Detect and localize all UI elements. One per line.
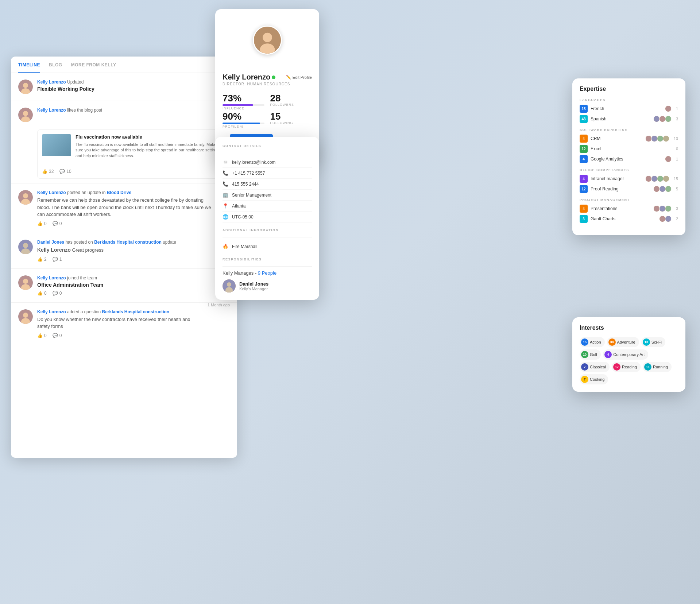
phone-text-1: +1 415 772 5557 <box>232 171 265 176</box>
additional-title: ADDITIONAL INFORMATION <box>223 228 312 232</box>
tab-blog[interactable]: BLOG <box>49 57 62 73</box>
avatar-kelly-3 <box>18 190 33 205</box>
responsibilities-title: RESPONSIBILITIES <box>223 258 312 261</box>
gantt-count: 2 <box>676 217 678 221</box>
project-title: PROJECT MANAGEMENT <box>580 198 678 202</box>
dept-icon: 🏢 <box>223 192 228 198</box>
tab-timeline[interactable]: TIMELINE <box>18 57 40 73</box>
chip-label-classical: Classical <box>590 365 606 369</box>
chip-badge-action: 15 <box>581 338 588 346</box>
comment-6[interactable]: 💬 0 <box>53 333 62 338</box>
chip-cooking[interactable]: 7 Cooking <box>580 374 608 384</box>
contact-location: 📍 Atlanta <box>223 201 312 212</box>
feed-meta-3: Kelly Lorenzo posted an update in Blood … <box>37 190 211 195</box>
svg-point-31 <box>663 136 669 142</box>
blog-card-2[interactable]: Flu vaccination now available The flu va… <box>37 129 230 179</box>
additional-info-section: ADDITIONAL INFORMATION 🔥 Fire Marshall <box>223 228 312 252</box>
fire-icon: 🔥 <box>223 244 228 249</box>
comment-5[interactable]: 💬 0 <box>53 291 62 296</box>
svg-point-26 <box>660 116 665 122</box>
feed-item-4: Daniel Jones has posted on Berklands Hos… <box>11 233 237 269</box>
feed-author-3[interactable]: Kelly Lorenzo <box>37 190 66 195</box>
feed-author-4[interactable]: Daniel Jones <box>37 240 64 245</box>
feed-item-2: Kelly Lorenzo likes the blog post 13 De.… <box>11 101 237 183</box>
comment-count-6: 0 <box>59 333 62 338</box>
contact-timezone: 🌐 UTC-05:00 <box>223 212 312 222</box>
feed-actions-4: 👍 2 💬 1 <box>37 257 211 262</box>
interests-panel: Interests 15 Action 30 Adventure 13 Sci-… <box>572 317 685 392</box>
svg-point-43 <box>660 216 665 222</box>
feed-author-6[interactable]: Kelly Lorenzo <box>37 309 66 314</box>
location-icon: 📍 <box>223 203 228 209</box>
chip-contemporary-art[interactable]: 4 Contemporary Art <box>603 349 648 360</box>
like-6[interactable]: 👍 0 <box>37 333 47 338</box>
like-icon-6: 👍 <box>37 333 43 338</box>
feed-text-4: Kelly Lorenzo Great progress <box>37 246 211 254</box>
svg-point-38 <box>660 186 665 192</box>
feed-highlight-3[interactable]: Blood Drive <box>107 190 131 195</box>
svg-point-37 <box>654 186 660 192</box>
chip-label-scifi: Sci-Fi <box>651 340 662 344</box>
expertise-gantt: 3 Gantt Charts 2 <box>580 215 678 223</box>
manages-link[interactable]: 9 People <box>258 270 276 276</box>
like-action-2[interactable]: 👍 32 <box>42 169 54 174</box>
crm-avatars <box>645 135 669 142</box>
manages-text: Kelly Manages - 9 People <box>223 270 312 276</box>
svg-point-10 <box>23 243 28 248</box>
like-4[interactable]: 👍 2 <box>37 257 47 262</box>
like-5[interactable]: 👍 0 <box>37 291 47 296</box>
feed-mention-4[interactable]: Kelly Lorenzo <box>37 247 71 253</box>
mini-avatar <box>665 186 672 192</box>
edit-profile-button[interactable]: ✏️ Edit Profile <box>286 75 312 80</box>
feed-body-5: Kelly Lorenzo joined the team Office Adm… <box>37 275 213 296</box>
svg-point-1 <box>23 83 28 88</box>
card-text-2: Flu vaccination now available The flu va… <box>76 134 225 159</box>
manager-role: Kelly's Manager <box>239 287 268 291</box>
chip-running[interactable]: 11 Running <box>643 362 672 372</box>
chip-classical[interactable]: 7 Classical <box>580 362 610 372</box>
feed-action-text-5: joined the team <box>67 275 97 280</box>
chip-reading[interactable]: 17 Reading <box>612 362 641 372</box>
manager-info: Daniel Jones Kelly's Manager <box>239 281 268 291</box>
mini-avatar <box>663 175 669 182</box>
presentations-avatars <box>653 205 672 212</box>
tab-more-from-kelly[interactable]: MORE FROM KELLY <box>71 57 116 73</box>
feed-author-name-2[interactable]: Kelly Lorenzo <box>37 108 66 113</box>
svg-point-29 <box>651 136 657 142</box>
timeline-feed: Kelly Lorenzo Updated Flexible Working P… <box>11 73 237 345</box>
feed-highlight-6[interactable]: Berklands Hospital construction <box>102 309 169 314</box>
french-count: 1 <box>676 107 678 111</box>
responsibilities-divider <box>223 266 312 267</box>
svg-point-33 <box>646 176 651 182</box>
comment-4[interactable]: 💬 1 <box>53 257 62 262</box>
office-title: OFFICE COMPETANCIES <box>580 168 678 172</box>
feed-author-name-1[interactable]: Kelly Lorenzo <box>37 80 66 85</box>
expertise-title: Expertise <box>580 86 678 92</box>
feed-highlight-4[interactable]: Berklands Hospital construction <box>94 240 162 245</box>
chip-adventure[interactable]: 30 Adventure <box>607 337 639 347</box>
svg-point-27 <box>665 116 671 122</box>
feed-meta-4: Daniel Jones has posted on Berklands Hos… <box>37 240 211 245</box>
additional-divider <box>223 237 312 237</box>
chip-golf[interactable]: 10 Golf <box>580 349 601 360</box>
comment-3[interactable]: 💬 0 <box>53 221 62 226</box>
svg-point-13 <box>23 279 28 284</box>
expertise-excel: 12 Excel 0 <box>580 145 678 153</box>
like-3[interactable]: 👍 0 <box>37 221 47 226</box>
expertise-panel: Expertise LANGUAGES 15 French 1 48 Spani… <box>572 78 685 235</box>
languages-section: LANGUAGES 15 French 1 48 Spanish 3 <box>580 98 678 123</box>
followers-stat: 28 FOLLOWERS <box>270 93 312 110</box>
feed-author-5[interactable]: Kelly Lorenzo <box>37 275 66 280</box>
email-text: kelly.lorenzo@ink.com <box>232 160 275 165</box>
like-count-4: 2 <box>44 257 47 262</box>
comment-count-2: 10 <box>66 169 71 174</box>
comment-action-2[interactable]: 💬 10 <box>59 169 71 174</box>
spanish-badge: 48 <box>580 115 588 123</box>
chip-scifi[interactable]: 13 Sci-Fi <box>641 337 665 347</box>
chip-action[interactable]: 15 Action <box>580 337 605 347</box>
edit-icon: ✏️ <box>286 75 291 80</box>
feed-action-text-4: has posted on <box>65 240 93 245</box>
contact-section-title: CONTACT DETAILS <box>223 144 312 148</box>
like-icon-2: 👍 <box>42 169 47 174</box>
avatar-daniel <box>18 240 33 254</box>
